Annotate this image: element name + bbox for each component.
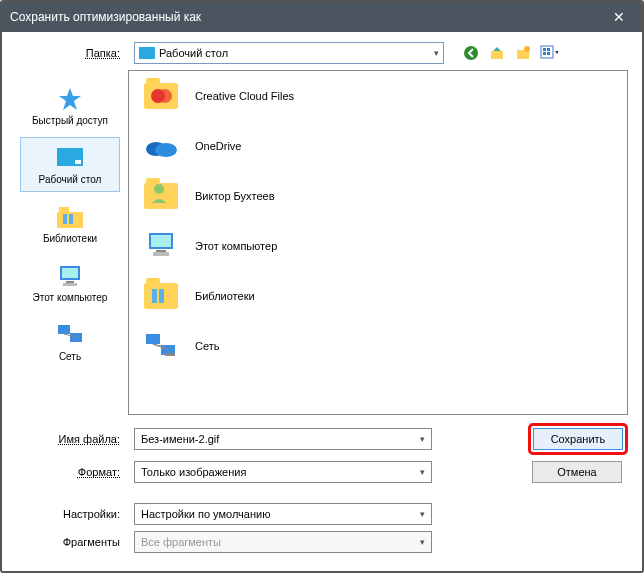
format-label: Формат: <box>16 466 126 478</box>
libraries-folder-icon <box>141 278 181 314</box>
svg-rect-12 <box>59 207 69 213</box>
svg-rect-31 <box>152 289 157 303</box>
close-icon[interactable]: ✕ <box>604 9 634 25</box>
svg-rect-6 <box>547 48 550 51</box>
list-item-label: Сеть <box>195 340 219 352</box>
svg-rect-29 <box>156 250 166 252</box>
sidebar-item-label: Сеть <box>59 351 81 362</box>
svg-point-3 <box>524 46 530 52</box>
svg-rect-13 <box>63 214 67 224</box>
svg-rect-7 <box>543 52 546 55</box>
filename-value: Без-имени-2.gif <box>141 433 219 445</box>
sidebar: Быстрый доступ Рабочий стол Библиотеки Э… <box>16 70 124 415</box>
network-icon <box>54 321 86 349</box>
chevron-down-icon: ▾ <box>434 48 439 58</box>
chevron-down-icon: ▾ <box>420 434 425 444</box>
list-item-label: Этот компьютер <box>195 240 277 252</box>
svg-rect-5 <box>543 48 546 51</box>
fragments-select: Все фрагменты ▾ <box>134 531 432 553</box>
svg-rect-19 <box>58 325 70 334</box>
cancel-button[interactable]: Отмена <box>532 461 622 483</box>
libraries-icon <box>54 203 86 231</box>
svg-rect-28 <box>151 235 171 247</box>
sidebar-item-label: Этот компьютер <box>33 292 108 303</box>
settings-value: Настройки по умолчанию <box>141 508 270 520</box>
settings-select[interactable]: Настройки по умолчанию ▾ <box>134 503 432 525</box>
sidebar-item-desktop[interactable]: Рабочий стол <box>20 137 120 192</box>
titlebar: Сохранить оптимизированный как ✕ <box>2 2 642 32</box>
folder-toolbar: Папка: Рабочий стол ▾ <box>2 32 642 70</box>
up-icon[interactable] <box>488 44 506 62</box>
new-folder-icon[interactable] <box>514 44 532 62</box>
sidebar-item-label: Библиотеки <box>43 233 97 244</box>
fragments-value: Все фрагменты <box>141 536 221 548</box>
list-item-label: Creative Cloud Files <box>195 90 294 102</box>
svg-point-26 <box>154 184 164 194</box>
sidebar-item-label: Быстрый доступ <box>32 115 108 126</box>
file-list[interactable]: Creative Cloud Files OneDrive Виктор Бух… <box>128 70 628 415</box>
filename-input[interactable]: Без-имени-2.gif ▾ <box>134 428 432 450</box>
list-item[interactable]: Сеть <box>129 321 627 371</box>
onedrive-icon <box>141 128 181 164</box>
toolbar-icons <box>462 44 558 62</box>
chevron-down-icon: ▾ <box>420 537 425 547</box>
folder-select-text: Рабочий стол <box>159 47 434 59</box>
settings-label: Настройки: <box>16 508 126 520</box>
svg-rect-36 <box>165 353 175 356</box>
dialog-title: Сохранить оптимизированный как <box>10 10 604 24</box>
sidebar-item-network[interactable]: Сеть <box>20 314 120 369</box>
list-item[interactable]: OneDrive <box>129 121 627 171</box>
sidebar-item-quickaccess[interactable]: Быстрый доступ <box>20 78 120 133</box>
format-select[interactable]: Только изображения ▾ <box>134 461 432 483</box>
pc-icon <box>54 262 86 290</box>
desktop-icon <box>54 144 86 172</box>
star-icon <box>54 85 86 113</box>
list-item-label: OneDrive <box>195 140 241 152</box>
main-area: Быстрый доступ Рабочий стол Библиотеки Э… <box>2 70 642 415</box>
network-icon <box>141 328 181 364</box>
svg-rect-32 <box>159 289 164 303</box>
svg-rect-18 <box>63 283 77 286</box>
svg-point-23 <box>158 89 172 103</box>
svg-rect-20 <box>70 333 82 342</box>
back-icon[interactable] <box>462 44 480 62</box>
svg-rect-10 <box>75 160 81 164</box>
list-item[interactable]: Этот компьютер <box>129 221 627 271</box>
svg-rect-14 <box>69 214 73 224</box>
svg-rect-33 <box>146 334 160 344</box>
sidebar-item-thispc[interactable]: Этот компьютер <box>20 255 120 310</box>
chevron-down-icon: ▾ <box>420 467 425 477</box>
fragments-label: Фрагменты <box>16 536 126 548</box>
save-button[interactable]: Сохранить <box>533 428 623 450</box>
sidebar-item-libraries[interactable]: Библиотеки <box>20 196 120 251</box>
save-highlight: Сохранить <box>528 423 628 455</box>
desktop-icon <box>139 47 155 59</box>
svg-rect-16 <box>62 268 78 278</box>
format-value: Только изображения <box>141 466 246 478</box>
list-item-label: Библиотеки <box>195 290 255 302</box>
svg-rect-1 <box>491 51 503 59</box>
list-item[interactable]: Виктор Бухтеев <box>129 171 627 221</box>
bottom-form: Имя файла: Без-имени-2.gif ▾ Сохранить Ф… <box>2 415 642 571</box>
svg-point-25 <box>155 143 177 157</box>
list-item[interactable]: Creative Cloud Files <box>129 71 627 121</box>
folder-select[interactable]: Рабочий стол ▾ <box>134 42 444 64</box>
pc-icon <box>141 228 181 264</box>
svg-rect-17 <box>66 281 74 283</box>
folder-label: Папка: <box>16 47 126 59</box>
save-dialog: Сохранить оптимизированный как ✕ Папка: … <box>2 2 642 571</box>
svg-rect-30 <box>153 252 169 256</box>
cc-folder-icon <box>141 78 181 114</box>
filename-label: Имя файла: <box>16 433 126 445</box>
chevron-down-icon: ▾ <box>420 509 425 519</box>
list-item-label: Виктор Бухтеев <box>195 190 274 202</box>
svg-point-0 <box>464 46 478 60</box>
user-folder-icon <box>141 178 181 214</box>
sidebar-item-label: Рабочий стол <box>39 174 102 185</box>
list-item[interactable]: Библиотеки <box>129 271 627 321</box>
view-menu-icon[interactable] <box>540 44 558 62</box>
svg-rect-8 <box>547 52 550 55</box>
